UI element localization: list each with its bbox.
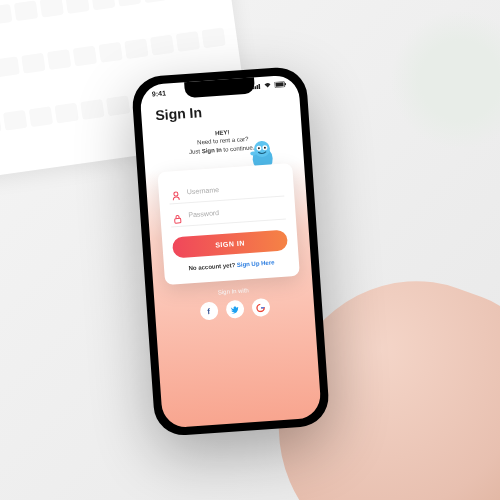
svg-rect-5 xyxy=(275,82,283,87)
user-icon xyxy=(170,187,181,198)
signup-text: No account yet? xyxy=(188,262,237,271)
username-input[interactable] xyxy=(186,181,281,195)
signin-button[interactable]: SIGN IN xyxy=(171,230,287,259)
svg-point-13 xyxy=(250,151,256,155)
phone-screen: 9:41 Sign In HEY! Need to rent a car? Ju… xyxy=(139,74,322,428)
svg-rect-2 xyxy=(256,85,258,89)
background-plant xyxy=(390,10,500,150)
phone-frame: 9:41 Sign In HEY! Need to rent a car? Ju… xyxy=(130,66,330,437)
hero-line3-a: Just xyxy=(188,148,201,155)
status-time: 9:41 xyxy=(151,90,165,98)
svg-rect-1 xyxy=(254,86,256,89)
wifi-icon xyxy=(263,82,271,90)
svg-point-14 xyxy=(173,192,177,196)
social-buttons: f xyxy=(154,295,314,324)
battery-icon xyxy=(274,81,286,89)
lock-icon xyxy=(172,210,183,221)
hero-line1: HEY! xyxy=(214,129,229,136)
twitter-button[interactable] xyxy=(225,300,244,319)
signup-prompt: No account yet? Sign Up Here xyxy=(173,259,288,273)
hero-line3-b: Sign In xyxy=(201,147,221,154)
svg-rect-15 xyxy=(174,218,180,223)
google-button[interactable] xyxy=(250,298,269,317)
signup-link[interactable]: Sign Up Here xyxy=(236,260,274,269)
hand-sleeve xyxy=(360,380,500,500)
facebook-button[interactable]: f xyxy=(199,302,218,321)
signin-card: SIGN IN No account yet? Sign Up Here xyxy=(157,163,300,285)
password-input[interactable] xyxy=(188,204,283,218)
